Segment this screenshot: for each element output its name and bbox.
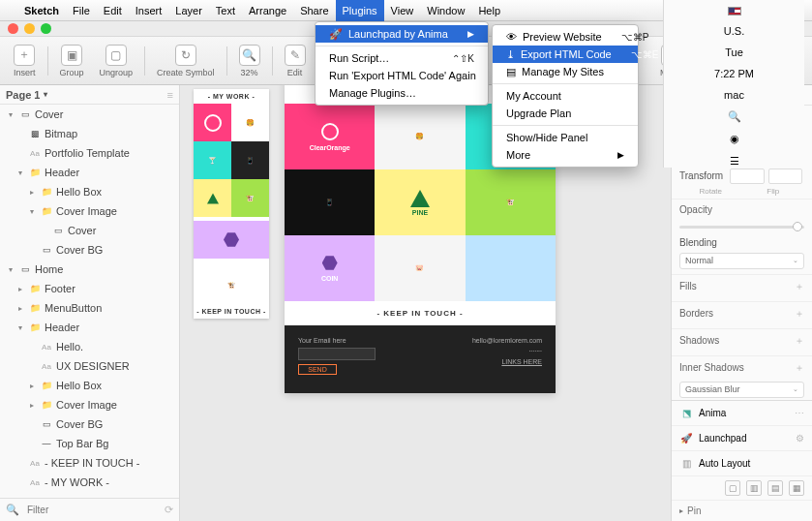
layer-row[interactable]: ▭Cover BG	[0, 240, 179, 260]
disclosure-icon[interactable]: ▸	[27, 401, 37, 410]
menu-launchpad-by-anima[interactable]: 🚀 Launchpad by Anima▶	[316, 25, 488, 43]
add-fill-button[interactable]: ＋	[795, 280, 804, 293]
artboard-thumb-cover[interactable]: - MY WORK - 🍔 🍸 📱 🐮 🐮 - KEEP IN TOUCH -	[194, 89, 269, 319]
layout-opt-icon[interactable]: ▤	[767, 480, 783, 496]
layer-row[interactable]: ▭Cover	[0, 221, 179, 240]
flip-field[interactable]	[768, 169, 803, 184]
add-inner-shadow-button[interactable]: ＋	[795, 361, 804, 375]
aa-icon: Aa	[28, 149, 42, 158]
layer-row[interactable]: ▾📁Header	[0, 163, 179, 182]
menu-upgrade-plan[interactable]: Upgrade Plan	[493, 105, 638, 122]
menu-file[interactable]: File	[66, 0, 97, 21]
flag-icon[interactable]	[728, 7, 741, 15]
opacity-label: Opacity	[679, 204, 712, 215]
zoom-control[interactable]: 🔍32%	[231, 45, 268, 77]
layer-row[interactable]: AaHello.	[0, 337, 179, 356]
menu-show-hide-panel[interactable]: Show/Hide Panel	[493, 129, 638, 146]
siri-icon[interactable]: ◉	[730, 133, 739, 145]
layer-row[interactable]: ▭Cover BG	[0, 414, 179, 434]
menu-help[interactable]: Help	[471, 0, 507, 21]
ungroup-button[interactable]: ▢Ungroup	[92, 45, 141, 77]
blend-mode-select[interactable]: Normal⌄	[679, 253, 804, 269]
disclosure-icon[interactable]: ▸	[15, 285, 25, 293]
menu-more[interactable]: More▶	[493, 146, 638, 164]
add-shadow-button[interactable]: ＋	[795, 334, 804, 348]
disclosure-icon[interactable]: ▾	[15, 323, 25, 332]
disclosure-icon[interactable]: ▸	[27, 382, 37, 390]
layer-row[interactable]: ▸📁Hello Box	[0, 182, 179, 201]
pin-row[interactable]: ▸Pin	[672, 500, 812, 521]
menu-export-html[interactable]: ⤓Export HTML Code⌥⌘E	[493, 46, 638, 63]
layer-row[interactable]: Aa- KEEP IN TOUCH -	[0, 453, 179, 473]
folder-icon: 📁	[40, 400, 53, 410]
layer-row[interactable]: ▾📁Cover Image	[0, 201, 179, 221]
layout-icon: ▥	[679, 457, 693, 471]
layout-opt-icon[interactable]: ▥	[746, 480, 762, 496]
plugin-launchpad[interactable]: 🚀Launchpad⚙	[672, 426, 812, 451]
send-button[interactable]: SEND	[298, 364, 337, 375]
user-label[interactable]: mac	[724, 89, 744, 101]
layer-label: - KEEP IN TOUCH -	[45, 457, 139, 469]
menu-arrange[interactable]: Arrange	[242, 0, 293, 21]
insert-button[interactable]: ＋Insert	[6, 45, 44, 77]
menu-manage-sites[interactable]: ▤Manage My Sites	[493, 63, 638, 80]
group-button[interactable]: ▣Group	[52, 45, 92, 77]
footer-email-input[interactable]	[298, 348, 376, 360]
disclosure-icon[interactable]: ▾	[6, 110, 15, 119]
filter-input[interactable]	[27, 505, 157, 515]
layer-row[interactable]: AaUX DESIGNER	[0, 356, 179, 376]
layer-row[interactable]: ▸📁Cover Image	[0, 395, 179, 414]
menu-preview-website[interactable]: 👁Preview Website⌥⌘P	[493, 28, 638, 46]
app-menu[interactable]: Sketch	[17, 0, 66, 21]
layer-row[interactable]: ▾▭Home	[0, 260, 179, 279]
menu-plugins[interactable]: Plugins	[336, 0, 384, 21]
menu-run-again[interactable]: Run 'Export HTML Code' Again⌃⇧R	[316, 67, 488, 84]
plugins-menu: 🚀 Launchpad by Anima▶ Run Script…⌃⇧K Run…	[315, 21, 489, 106]
disclosure-icon[interactable]: ▾	[6, 265, 15, 274]
disclosure-icon[interactable]: ▾	[27, 207, 37, 216]
menu-layer[interactable]: Layer	[168, 0, 209, 21]
minimize-window-button[interactable]	[24, 23, 35, 34]
tile-pine	[194, 179, 231, 217]
disclosure-icon[interactable]: ▸	[27, 188, 37, 197]
plugin-autolayout[interactable]: ▥Auto Layout	[672, 451, 812, 476]
layout-opt-icon[interactable]: ▦	[789, 480, 804, 496]
create-symbol-button[interactable]: ↻Create Symbol	[149, 45, 223, 77]
pages-header[interactable]: Page 1▾ ≡	[0, 85, 179, 105]
layer-row[interactable]: —Top Bar Bg	[0, 434, 179, 453]
zoom-window-button[interactable]	[41, 23, 51, 34]
layer-row[interactable]: ▩Bitmap	[0, 124, 179, 143]
blur-select[interactable]: Gaussian Blur⌄	[679, 382, 804, 398]
menu-insert[interactable]: Insert	[129, 0, 169, 21]
rotate-field[interactable]	[730, 169, 765, 184]
layer-row[interactable]: ▸📁Footer	[0, 279, 179, 298]
layer-row[interactable]: AaPortfolio Template	[0, 143, 179, 163]
menu-run-script[interactable]: Run Script…⌃⇧K	[316, 49, 488, 67]
panel-grip-icon[interactable]: ≡	[167, 89, 173, 101]
menu-my-account[interactable]: My Account	[493, 87, 638, 105]
filter-options-icon[interactable]: ⟳	[165, 504, 173, 516]
layer-row[interactable]: ▸📁MenuButton	[0, 298, 179, 318]
layer-row[interactable]: ▾▭Cover	[0, 105, 179, 124]
menu-window[interactable]: Window	[420, 0, 471, 21]
menu-text[interactable]: Text	[209, 0, 242, 21]
layout-opt-icon[interactable]: ▢	[725, 480, 740, 496]
layer-row[interactable]: Aa- MY WORK -	[0, 473, 179, 492]
folder-icon: 📁	[28, 168, 42, 177]
layer-row[interactable]: ▾📁Header	[0, 318, 179, 337]
opacity-slider[interactable]	[679, 226, 804, 229]
disclosure-icon[interactable]: ▸	[15, 304, 25, 313]
menu-manage-plugins[interactable]: Manage Plugins…	[316, 84, 488, 102]
disclosure-icon[interactable]: ▾	[15, 169, 25, 177]
menu-edit[interactable]: Edit	[97, 0, 129, 21]
layer-row[interactable]: ▸📁Hello Box	[0, 376, 179, 395]
edit-button[interactable]: ✎Edit	[277, 45, 314, 77]
menu-share[interactable]: Share	[293, 0, 335, 21]
notification-center-icon[interactable]: ☰	[730, 155, 739, 168]
plugin-anima[interactable]: ⬔Anima⋯	[672, 401, 812, 426]
gear-icon[interactable]: ⚙	[796, 433, 804, 444]
add-border-button[interactable]: ＋	[795, 307, 804, 321]
menu-view[interactable]: View	[384, 0, 421, 21]
search-icon[interactable]: 🔍	[728, 110, 741, 123]
close-window-button[interactable]	[8, 23, 18, 34]
